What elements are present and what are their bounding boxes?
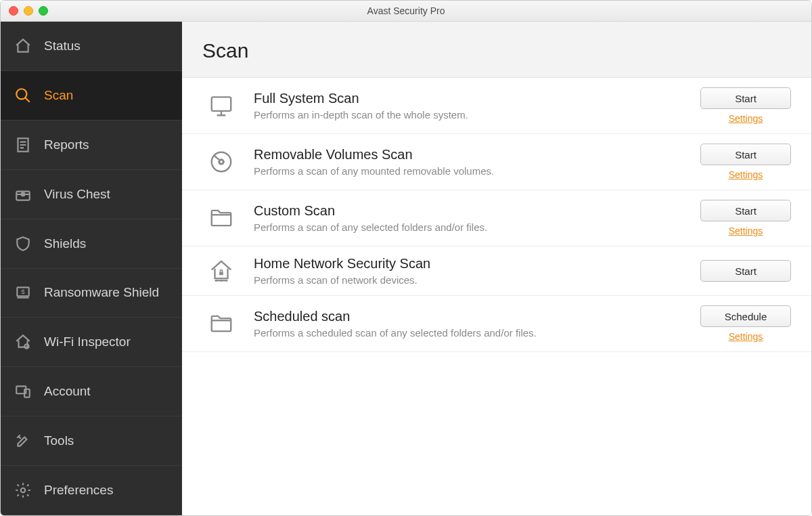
svg-line-1 [25,98,30,102]
scan-desc: Performs an in-depth scan of the whole s… [254,109,687,121]
svg-text:$: $ [21,288,25,296]
zoom-window-button[interactable] [39,6,48,16]
wifi-inspector-icon [13,332,33,352]
start-button[interactable]: Start [700,87,791,109]
svg-point-20 [220,160,222,163]
scan-row-removable: Removable Volumes Scan Performs a scan o… [182,134,811,190]
devices-icon [13,381,33,402]
sidebar-item-label: Scan [44,88,73,103]
scan-desc: Performs a scheduled scan of any selecte… [254,327,687,339]
sidebar-item-label: Status [44,39,81,53]
window-controls [1,6,48,16]
scan-actions: Start Settings [700,200,791,236]
scan-actions: Start [700,260,791,282]
page-header: Scan [182,22,811,78]
minimize-window-button[interactable] [24,6,33,16]
scan-row-scheduled: Scheduled scan Performs a scheduled scan… [182,296,811,352]
ransomware-shield-icon: $ [13,282,33,303]
window-title: Avast Security Pro [1,5,811,16]
scan-title: Custom Scan [254,203,687,219]
scan-title: Full System Scan [254,91,687,106]
search-icon [13,85,33,106]
tools-icon [13,431,33,451]
scan-title: Scheduled scan [254,309,687,324]
sidebar-item-virus-chest[interactable]: Virus Chest [1,170,182,219]
body-area: Status Scan Reports [1,22,811,515]
sidebar-item-reports[interactable]: Reports [1,121,182,170]
chest-icon [13,184,33,205]
disc-icon [202,149,240,175]
scan-text: Custom Scan Performs a scan of any selec… [254,203,687,233]
settings-link[interactable]: Settings [729,331,763,342]
sidebar-item-label: Account [44,384,91,399]
sidebar: Status Scan Reports [1,22,182,515]
svg-rect-15 [212,97,231,111]
sidebar-item-shields[interactable]: Shields [1,219,182,269]
sidebar-item-scan[interactable]: Scan [1,71,182,121]
folder-icon [202,205,240,231]
sidebar-item-label: Reports [44,137,89,152]
sidebar-item-ransomware-shield[interactable]: $ Ransomware Shield [1,269,182,318]
scan-desc: Performs a scan of network devices. [254,274,687,286]
scan-row-network: Home Network Security Scan Performs a sc… [182,246,811,296]
start-button[interactable]: Start [700,144,791,165]
sidebar-item-label: Preferences [44,483,113,498]
home-network-icon [202,258,240,284]
settings-link[interactable]: Settings [729,225,763,236]
sidebar-item-account[interactable]: Account [1,367,182,416]
scan-actions: Schedule Settings [700,305,791,342]
svg-point-0 [16,89,26,99]
scan-text: Scheduled scan Performs a scheduled scan… [254,309,687,339]
sidebar-item-label: Virus Chest [44,187,110,202]
start-button[interactable]: Start [700,260,791,282]
sidebar-item-label: Wi-Fi Inspector [44,335,131,349]
sidebar-item-label: Tools [44,433,74,448]
scan-text: Home Network Security Scan Performs a sc… [254,256,687,286]
shield-icon [13,234,33,254]
start-button[interactable]: Start [700,200,791,221]
scan-row-full-system: Full System Scan Performs an in-depth sc… [182,78,811,134]
svg-point-14 [21,488,26,493]
app-window: Avast Security Pro Status Scan [0,0,812,516]
home-icon [13,36,33,56]
scan-desc: Performs a scan of any mounted removable… [254,165,687,177]
sidebar-item-wifi-inspector[interactable]: Wi-Fi Inspector [1,318,182,367]
settings-link[interactable]: Settings [729,113,763,124]
gear-icon [13,480,33,500]
settings-link[interactable]: Settings [729,169,763,180]
scan-title: Removable Volumes Scan [254,147,687,163]
report-icon [13,135,33,155]
main-content: Scan Full System Scan Performs an in-dep… [182,22,811,515]
sidebar-item-status[interactable]: Status [1,22,182,71]
scan-list: Full System Scan Performs an in-depth sc… [182,78,811,352]
sidebar-item-label: Ransomware Shield [44,285,159,300]
monitor-icon [202,93,240,119]
close-window-button[interactable] [9,6,18,16]
scan-row-custom: Custom Scan Performs a scan of any selec… [182,190,811,246]
svg-rect-21 [219,272,223,276]
folder-icon [202,311,240,337]
scan-actions: Start Settings [700,87,791,124]
scan-desc: Performs a scan of any selected folders … [254,221,687,233]
titlebar: Avast Security Pro [1,1,811,22]
scan-title: Home Network Security Scan [254,256,687,272]
scan-actions: Start Settings [700,144,791,180]
sidebar-item-preferences[interactable]: Preferences [1,466,182,515]
page-title: Scan [202,39,791,62]
sidebar-item-tools[interactable]: Tools [1,416,182,466]
sidebar-item-label: Shields [44,236,86,251]
scan-text: Removable Volumes Scan Performs a scan o… [254,147,687,177]
schedule-button[interactable]: Schedule [700,305,791,327]
scan-text: Full System Scan Performs an in-depth sc… [254,91,687,121]
